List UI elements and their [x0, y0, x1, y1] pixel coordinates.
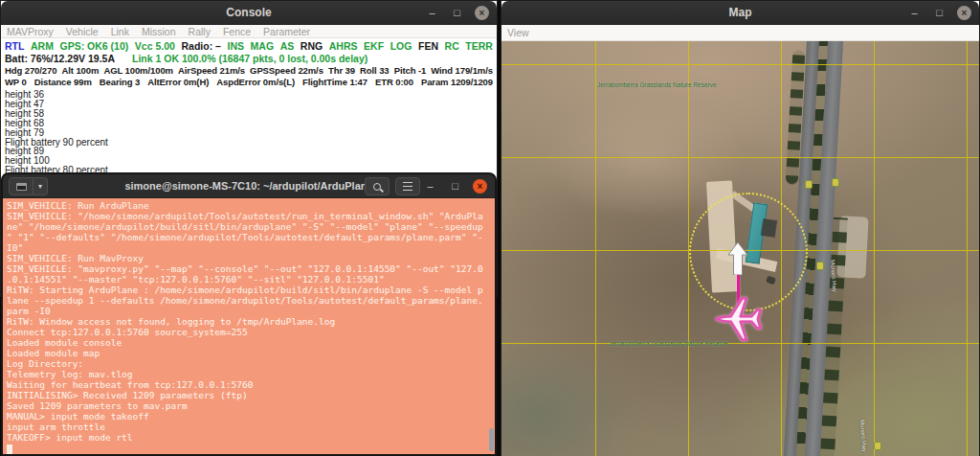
- terminal-line: RiTW: Window access not found, logging t…: [7, 316, 495, 327]
- terminal-line: " "1" "--defaults" "/home/simone/ardupil…: [7, 232, 495, 242]
- console-message: height 58: [5, 109, 497, 119]
- terminal-line: input arm throttle: [7, 422, 495, 432]
- route-shield-icon: [816, 262, 824, 270]
- flag-log: LOG: [390, 40, 412, 52]
- flag-mode: RTL: [5, 40, 24, 52]
- menu-mavproxy[interactable]: MAVProxy: [7, 26, 54, 37]
- aircraft-icon: [714, 293, 766, 345]
- map-canvas[interactable]: Jerrabomberra Grasslands Nature Reserve …: [501, 41, 979, 456]
- terminal-line: ne" "/home/simone/ardupilot/build/sitl/b…: [7, 221, 495, 232]
- search-icon: [373, 183, 381, 191]
- terminal-line: Telemetry log: mav.tlog: [7, 369, 495, 379]
- console-message-log: height 36 height 47 height 58 height 68 …: [1, 87, 497, 175]
- console-titlebar[interactable]: Console – □ ×: [1, 1, 497, 25]
- status-flag-row: RTL ARM GPS: OK6 (10) Vcc 5.00 Radio: – …: [1, 38, 497, 52]
- terminal-line: Connect tcp:127.0.0.1:5760 source_system…: [7, 327, 495, 337]
- flag-arm: ARM: [31, 40, 54, 52]
- console-message: height 89: [5, 147, 497, 156]
- maximize-button[interactable]: □: [932, 6, 947, 20]
- terminal-title: simone@simone-MS-7C10: ~/ardupilot/ArduP…: [3, 180, 495, 192]
- route-shield-icon: [805, 180, 813, 189]
- console-menubar: MAVProxy Vehicle Link Mission Rally Fenc…: [1, 25, 497, 38]
- console-message: Flight battery 90 percent: [5, 138, 497, 148]
- waypoint-arrow-icon: [728, 242, 747, 275]
- flag-rc: RC: [445, 40, 459, 52]
- flag-radio: Radio: –: [181, 40, 220, 52]
- telemetry-row-1: Hdg 270/270 Alt 100m AGL 100m/100m AirSp…: [1, 64, 497, 76]
- link-status: Link 1 OK 100.0% (16847 pkts, 0 lost, 0.…: [132, 53, 368, 64]
- menu-vehicle[interactable]: Vehicle: [66, 26, 99, 37]
- route-shield-icon: [874, 442, 881, 450]
- terminal-prompt-line: [7, 443, 495, 454]
- terminal-line: Loaded module console: [7, 337, 495, 348]
- tele-alt: Alt 100m: [62, 65, 100, 76]
- maximize-button[interactable]: □: [450, 6, 464, 20]
- flag-ins: INS: [227, 40, 244, 52]
- terminal-scrollbar[interactable]: [489, 428, 494, 451]
- terminal-line: Loaded module map: [7, 348, 495, 358]
- minimize-button[interactable]: –: [423, 179, 437, 194]
- terminal-line: RiTW: Starting ArduPlane : /home/simone/…: [7, 285, 495, 295]
- minimize-button[interactable]: –: [907, 6, 922, 20]
- terminal-line: Saved 1209 parameters to mav.parm: [7, 400, 495, 411]
- console-title: Console: [1, 6, 497, 19]
- flag-gps: GPS: OK6 (10): [60, 40, 129, 52]
- flag-ahrs: AHRS: [329, 40, 358, 52]
- route-shield-icon: [832, 178, 839, 187]
- reserve-label: Jerrabomberra Grasslands Nature Reserve: [609, 340, 728, 347]
- map-menubar: View: [501, 25, 979, 41]
- tele-param: Param 1209/1209: [421, 77, 493, 87]
- flag-as: AS: [280, 40, 295, 52]
- terminal-line: SIM_VEHICLE: "/home/simone/ardupilot/Too…: [7, 211, 495, 221]
- close-button[interactable]: ×: [475, 6, 489, 20]
- minimize-button[interactable]: –: [425, 6, 439, 20]
- console-message: height 68: [5, 119, 497, 128]
- menu-mission[interactable]: Mission: [142, 26, 176, 37]
- flag-mag: MAG: [251, 40, 275, 52]
- tele-roll: Roll 33: [360, 65, 389, 76]
- terminal-toolbar: [365, 177, 420, 195]
- flag-ekf: EKF: [364, 40, 384, 52]
- tele-aspderror: AspdError 0m/s(L): [216, 77, 295, 87]
- map-window-controls: – □ ×: [907, 5, 971, 21]
- terminal-window: ▾ simone@simone-MS-7C10: ~/ardupilot/Ard…: [1, 172, 497, 456]
- tele-flighttime: FlightTime 1:47: [302, 77, 368, 87]
- terminal-line: SIM_VEHICLE: Run ArduPlane: [7, 200, 495, 211]
- terminal-window-controls: – □ ×: [423, 178, 487, 194]
- terminal-line: MANUAL> input mode takeoff: [7, 411, 495, 422]
- terminal-titlebar[interactable]: ▾ simone@simone-MS-7C10: ~/ardupilot/Ard…: [3, 174, 495, 198]
- battery-status: Batt: 76%/12.29V 19.5A: [5, 53, 115, 64]
- terminal-line: .0.1:14551" "--master" "tcp:127.0.0.1:57…: [7, 274, 495, 285]
- terminal-line: SIM_VEHICLE: "mavproxy.py" "--map" "--co…: [7, 263, 495, 274]
- flag-fen: FEN: [418, 40, 438, 52]
- terminal-line: parm -I0: [7, 306, 495, 316]
- menu-button[interactable]: [395, 177, 420, 195]
- menu-link[interactable]: Link: [111, 26, 129, 37]
- tele-agl: AGL 100m/100m: [103, 65, 172, 76]
- map-titlebar[interactable]: Map – □ ×: [501, 1, 979, 25]
- terminal-line: Log Directory:: [7, 358, 495, 369]
- close-button[interactable]: ×: [957, 6, 971, 20]
- terminal-line: I0": [7, 242, 495, 253]
- close-button[interactable]: ×: [473, 179, 487, 194]
- terminal-line: INITIALISING> Received 1209 parameters (…: [7, 390, 495, 400]
- terminal-line: TAKEOFF> input mode rtl: [7, 432, 495, 443]
- tele-airspeed: AirSpeed 21m/s: [178, 65, 245, 76]
- terminal-line: Waiting for heartbeat from tcp:127.0.0.1…: [7, 379, 495, 390]
- console-window-controls: – □ ×: [425, 5, 489, 21]
- hamburger-icon: [403, 186, 412, 188]
- console-message: height 47: [5, 100, 497, 109]
- tele-distance: Distance 99m: [34, 77, 92, 87]
- flag-vcc: Vcc 5.00: [135, 40, 175, 52]
- tele-hdg: Hdg 270/270: [5, 65, 56, 76]
- menu-parameter[interactable]: Parameter: [263, 26, 310, 37]
- menu-view[interactable]: View: [507, 27, 529, 38]
- tele-gpsspeed: GPSSpeed 22m/s: [250, 65, 323, 76]
- search-button[interactable]: [365, 177, 390, 195]
- menu-rally[interactable]: Rally: [189, 26, 211, 37]
- tele-bearing: Bearing 3: [100, 77, 140, 87]
- menu-fence[interactable]: Fence: [223, 26, 251, 37]
- tele-thr: Thr 39: [328, 65, 355, 76]
- maximize-button[interactable]: □: [448, 179, 462, 194]
- terminal-content[interactable]: SIM_VEHICLE: Run ArduPlane SIM_VEHICLE: …: [3, 198, 495, 454]
